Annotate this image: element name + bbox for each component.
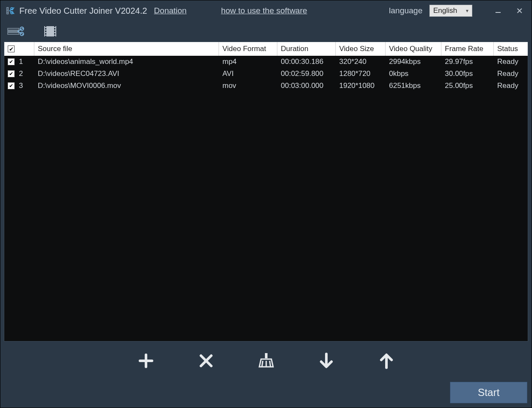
table-row[interactable]: ✔2D:\videos\REC04723.AVIAVI00:02:59.8001…	[4, 68, 528, 80]
svg-rect-1	[7, 8, 9, 9]
close-button[interactable]	[511, 4, 528, 18]
mode-toolbar	[0, 21, 532, 42]
cell-source: D:\videos\animals_world.mp4	[34, 57, 219, 66]
cell-source: D:\videos\MOVI0006.mov	[34, 82, 219, 90]
file-table: ✔ Source file Video Format Duration Vide…	[4, 42, 528, 342]
table-body: ✔1D:\videos\animals_world.mp4mp400:00:30…	[4, 56, 528, 341]
svg-rect-3	[7, 11, 9, 12]
svg-rect-22	[45, 27, 46, 28]
header-checkbox-cell: ✔	[4, 42, 34, 56]
chevron-down-icon: ▾	[466, 8, 468, 14]
cell-quality: 6251kbps	[386, 82, 441, 90]
cell-fps: 25.00fps	[441, 82, 494, 90]
svg-line-37	[270, 361, 271, 367]
start-button[interactable]: Start	[450, 382, 527, 403]
header-duration[interactable]: Duration	[277, 42, 336, 56]
action-bar	[0, 342, 532, 380]
svg-rect-25	[45, 35, 46, 36]
cell-status: Ready	[494, 70, 528, 78]
header-fps[interactable]: Frame Rate	[441, 42, 494, 56]
cell-duration: 00:03:00.000	[277, 82, 336, 90]
cell-duration: 00:00:30.186	[277, 57, 336, 66]
svg-rect-26	[54, 27, 55, 28]
row-checkbox[interactable]: ✔	[8, 82, 15, 89]
svg-rect-28	[54, 32, 55, 33]
svg-rect-23	[45, 30, 46, 30]
cell-size: 1920*1080	[336, 82, 386, 90]
move-down-button[interactable]	[316, 350, 337, 372]
svg-rect-2	[7, 9, 9, 10]
svg-rect-29	[54, 35, 55, 36]
add-button[interactable]	[135, 350, 157, 372]
howto-link[interactable]: how to use the software	[221, 6, 307, 15]
language-value: English	[433, 6, 457, 15]
svg-rect-27	[54, 30, 55, 30]
cell-source: D:\videos\REC04723.AVI	[34, 70, 219, 78]
title-bar: Free Video Cutter Joiner V2024.2 Donatio…	[0, 0, 532, 21]
table-row[interactable]: ✔3D:\videos\MOVI0006.movmov00:03:00.0001…	[4, 80, 528, 92]
cell-quality: 0kbps	[386, 70, 441, 78]
row-checkbox[interactable]: ✔	[8, 58, 15, 65]
join-mode-button[interactable]	[42, 24, 59, 39]
svg-line-35	[262, 361, 263, 367]
cell-format: mp4	[219, 57, 277, 66]
start-bar: Start	[0, 380, 532, 408]
cell-size: 1280*720	[336, 70, 386, 78]
language-select[interactable]: English ▾	[429, 5, 472, 17]
header-source[interactable]: Source file	[34, 42, 219, 56]
svg-rect-4	[7, 13, 9, 14]
language-label: language	[389, 6, 423, 15]
remove-button[interactable]	[195, 350, 217, 372]
svg-rect-14	[8, 33, 18, 34]
app-icon	[6, 6, 15, 15]
move-up-button[interactable]	[376, 350, 397, 372]
table-header: ✔ Source file Video Format Duration Vide…	[4, 42, 528, 56]
header-format[interactable]: Video Format	[219, 42, 277, 56]
cut-mode-button[interactable]	[7, 24, 24, 39]
cell-status: Ready	[494, 82, 528, 90]
row-index: 2	[19, 70, 23, 78]
row-index: 1	[19, 57, 23, 66]
app-title: Free Video Cutter Joiner V2024.2	[19, 6, 147, 16]
table-row[interactable]: ✔1D:\videos\animals_world.mp4mp400:00:30…	[4, 56, 528, 68]
svg-rect-24	[45, 32, 46, 33]
select-all-checkbox[interactable]: ✔	[8, 45, 15, 52]
header-size[interactable]: Video Size	[336, 42, 386, 56]
cell-format: AVI	[219, 70, 277, 78]
cell-fps: 30.00fps	[441, 70, 494, 78]
svg-rect-34	[265, 353, 268, 358]
cell-fps: 29.97fps	[441, 57, 494, 66]
minimize-button[interactable]	[489, 4, 507, 18]
header-status[interactable]: Status	[494, 42, 528, 56]
clear-button[interactable]	[255, 350, 277, 372]
app-window: Free Video Cutter Joiner V2024.2 Donatio…	[0, 0, 532, 408]
cell-quality: 2994kbps	[386, 57, 441, 66]
row-index: 3	[19, 82, 23, 90]
row-checkbox[interactable]: ✔	[8, 70, 15, 77]
svg-rect-13	[8, 29, 18, 30]
cell-status: Ready	[494, 57, 528, 66]
header-quality[interactable]: Video Quality	[386, 42, 441, 56]
cell-size: 320*240	[336, 57, 386, 66]
cell-format: mov	[219, 82, 277, 90]
donation-link[interactable]: Donation	[154, 6, 187, 15]
cell-duration: 00:02:59.800	[277, 70, 336, 78]
